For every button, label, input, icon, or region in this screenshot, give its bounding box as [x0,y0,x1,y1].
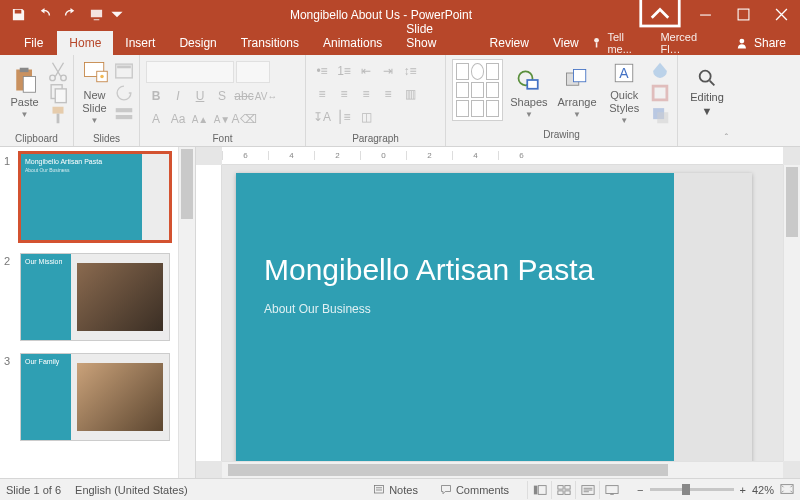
svg-rect-37 [557,490,562,494]
svg-point-3 [594,37,599,42]
editor-vertical-scrollbar[interactable] [783,165,800,461]
font-color-icon[interactable]: A [146,109,166,129]
close-button[interactable] [762,0,800,29]
tab-home[interactable]: Home [57,31,113,55]
svg-rect-35 [557,485,562,489]
thumbnail-1[interactable]: 1 Mongibello Artisan PastaAbout Our Busi… [0,147,195,247]
font-name-combo[interactable] [146,61,234,83]
shrink-font-icon[interactable]: A▼ [212,109,232,129]
comments-button[interactable]: Comments [436,484,513,496]
indent-dec-icon[interactable]: ⇤ [356,61,376,81]
tab-view[interactable]: View [541,31,591,55]
thumbnail-3[interactable]: 3 Our Family [0,347,195,447]
thumbnails-scrollbar[interactable] [178,147,195,478]
layout-icon[interactable] [113,61,135,81]
tab-slideshow[interactable]: Slide Show [394,17,477,55]
copy-icon[interactable] [47,83,69,103]
collapse-ribbon-icon[interactable]: ˆ [682,131,732,146]
align-text-icon[interactable]: ⎮≡ [334,107,354,127]
shape-effects-icon[interactable] [649,105,671,125]
thumbnail-2[interactable]: 2 Our Mission [0,247,195,347]
tab-animations[interactable]: Animations [311,31,394,55]
zoom-out-icon[interactable]: − [637,484,643,496]
align-left-icon[interactable]: ≡ [312,84,332,104]
line-spacing-icon[interactable]: ↕≡ [400,61,420,81]
underline-icon[interactable]: U [190,86,210,106]
status-bar: Slide 1 of 6 English (United States) Not… [0,478,800,500]
svg-point-9 [50,75,56,81]
zoom-in-icon[interactable]: + [740,484,746,496]
svg-rect-8 [23,76,35,92]
work-area: 1 Mongibello Artisan PastaAbout Our Busi… [0,147,800,478]
undo-icon[interactable] [32,3,56,27]
italic-icon[interactable]: I [168,86,188,106]
justify-icon[interactable]: ≡ [378,84,398,104]
zoom-percent[interactable]: 42% [752,484,774,496]
shadow-icon[interactable]: S [212,86,232,106]
tell-me-search[interactable]: Tell me... [591,31,651,55]
redo-icon[interactable] [58,3,82,27]
shape-fill-icon[interactable] [649,61,671,81]
quick-styles-button[interactable]: AQuick Styles▼ [604,59,645,125]
editing-button[interactable]: Editing▼ [682,59,732,125]
minimize-button[interactable] [686,0,724,29]
svg-rect-30 [657,112,668,123]
format-painter-icon[interactable] [47,105,69,125]
shapes-button[interactable]: Shapes▼ [507,59,550,125]
quick-access-toolbar [0,3,124,27]
paste-button[interactable]: Paste▼ [4,59,45,125]
svg-rect-1 [700,15,711,16]
font-size-combo[interactable] [236,61,270,83]
tab-review[interactable]: Review [478,31,541,55]
align-right-icon[interactable]: ≡ [356,84,376,104]
slide-subtitle: About Our Business [264,302,646,316]
smartart-icon[interactable]: ◫ [356,107,376,127]
tab-design[interactable]: Design [167,31,228,55]
strike-icon[interactable]: abc [234,86,254,106]
tab-file[interactable]: File [10,31,57,55]
slide-editor: 6420246 Mongibello Artisan Pasta About O… [196,147,800,478]
zoom-slider[interactable] [650,488,734,491]
group-slides-label: Slides [78,131,135,146]
normal-view-icon[interactable] [527,481,551,499]
columns-icon[interactable]: ▥ [400,84,420,104]
shapes-gallery[interactable] [452,59,503,121]
account-name[interactable]: Merced Fl… [660,31,719,55]
text-direction-icon[interactable]: ↧A [312,107,332,127]
reset-icon[interactable] [113,83,135,103]
slide-canvas[interactable]: Mongibello Artisan Pasta About Our Busin… [236,173,752,463]
new-slide-button[interactable]: New Slide▼ [78,59,111,125]
shape-outline-icon[interactable] [649,83,671,103]
grow-font-icon[interactable]: A▲ [190,109,210,129]
bold-icon[interactable]: B [146,86,166,106]
align-center-icon[interactable]: ≡ [334,84,354,104]
indent-inc-icon[interactable]: ⇥ [378,61,398,81]
numbering-icon[interactable]: 1≡ [334,61,354,81]
save-icon[interactable] [6,3,30,27]
editor-horizontal-scrollbar[interactable] [222,461,783,478]
arrange-button[interactable]: Arrange▼ [555,59,600,125]
svg-rect-34 [538,485,546,494]
tab-insert[interactable]: Insert [113,31,167,55]
reading-view-icon[interactable] [575,481,599,499]
sorter-view-icon[interactable] [551,481,575,499]
fit-to-window-icon[interactable] [780,483,794,497]
maximize-button[interactable] [724,0,762,29]
ribbon-display-options-icon[interactable] [638,0,682,29]
notes-button[interactable]: Notes [369,484,422,496]
slide-counter[interactable]: Slide 1 of 6 [6,484,61,496]
tab-transitions[interactable]: Transitions [229,31,311,55]
spacing-icon[interactable]: AV↔ [256,86,276,106]
share-button[interactable]: Share [729,33,794,53]
slideshow-view-icon[interactable] [599,481,623,499]
section-icon[interactable] [113,105,135,125]
cut-icon[interactable] [47,61,69,81]
start-from-beginning-icon[interactable] [84,3,108,27]
language-status[interactable]: English (United States) [75,484,188,496]
change-case-icon[interactable]: Aa [168,109,188,129]
qat-customize-icon[interactable] [110,3,124,27]
clear-format-icon[interactable]: A⌫ [234,109,254,129]
svg-rect-25 [574,69,586,81]
title-placeholder[interactable]: Mongibello Artisan Pasta About Our Busin… [236,173,674,463]
bullets-icon[interactable]: •≡ [312,61,332,81]
